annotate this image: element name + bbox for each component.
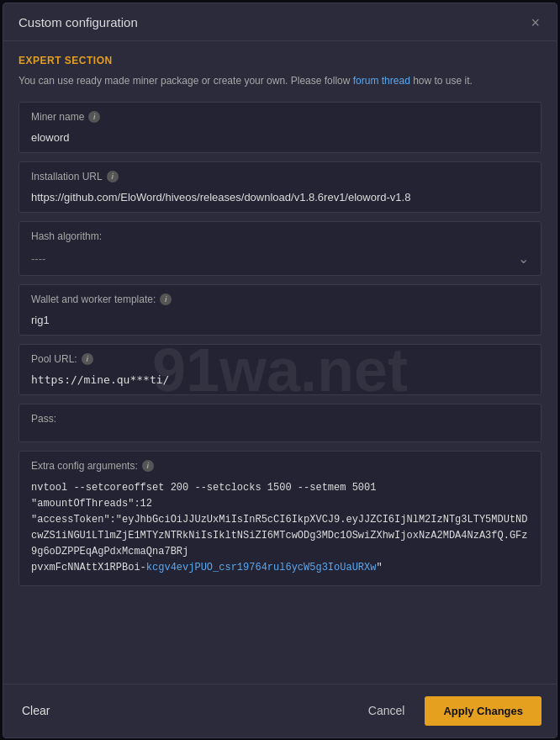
modal-body: EXPERT SECTION You can use ready made mi… — [3, 41, 557, 684]
clear-button[interactable]: Clear — [18, 697, 53, 724]
wallet-worker-value-row: rig1 — [19, 310, 541, 335]
installation-url-label-row: Installation URL i — [19, 162, 541, 188]
extra-config-info-icon: i — [142, 460, 154, 472]
miner-name-value-row: eloword — [19, 128, 541, 152]
pass-group: Pass: — [18, 404, 542, 442]
miner-name-label: Miner name — [31, 111, 84, 123]
pool-url-info-icon: i — [82, 353, 93, 365]
miner-name-label-row: Miner name i — [19, 103, 541, 128]
pool-url-label-row: Pool URL: i — [19, 345, 541, 370]
cancel-button[interactable]: Cancel — [358, 697, 415, 724]
extra-config-label-row: Extra config arguments: i — [19, 452, 541, 477]
chevron-down-icon: ⌄ — [518, 251, 529, 267]
expert-description: You can use ready made miner package or … — [18, 73, 542, 88]
pass-value-row — [19, 430, 541, 441]
extra-config-content: nvtool --setcoreoffset 200 --setclocks 1… — [19, 477, 541, 585]
wallet-worker-value: rig1 — [31, 314, 529, 326]
apply-changes-button[interactable]: Apply Changes — [425, 696, 542, 726]
extra-config-text: nvtool --setcoreoffset 200 --setclocks 1… — [31, 482, 528, 574]
wallet-worker-label-row: Wallet and worker template: i — [19, 285, 541, 310]
hash-algorithm-select-row[interactable]: ---- ⌄ — [19, 247, 541, 275]
hash-algorithm-label: Hash algorithm: — [31, 230, 102, 242]
expert-desc-after: how to use it. — [410, 75, 473, 87]
modal-footer: Clear Cancel Apply Changes — [3, 684, 557, 737]
miner-name-info-icon: i — [88, 111, 100, 123]
modal-header: Custom configuration × — [3, 3, 557, 41]
miner-name-group: Miner name i eloword — [18, 102, 542, 153]
expert-desc-before: You can use ready made miner package or … — [18, 75, 353, 87]
installation-url-group: Installation URL i https://github.com/El… — [18, 161, 542, 213]
extra-config-group: Extra config arguments: i nvtool --setco… — [18, 451, 542, 586]
hash-algorithm-value: ---- — [31, 252, 518, 265]
pool-url-group: Pool URL: i https://mine.qu***ti/ — [18, 344, 542, 395]
installation-url-label: Installation URL — [31, 171, 103, 182]
wallet-worker-info-icon: i — [160, 293, 172, 305]
hash-algorithm-label-row: Hash algorithm: — [19, 222, 541, 247]
miner-name-value: eloword — [31, 131, 529, 144]
hash-algorithm-group[interactable]: Hash algorithm: ---- ⌄ — [18, 221, 542, 276]
pool-url-label: Pool URL: — [31, 353, 77, 365]
modal-title: Custom configuration — [18, 15, 138, 29]
installation-url-info-icon: i — [107, 171, 119, 182]
installation-url-value-row: https://github.com/EloWord/hiveos/releas… — [19, 188, 541, 212]
pass-label: Pass: — [31, 413, 56, 425]
modal: 91wa.net Custom configuration × EXPERT S… — [3, 3, 557, 738]
installation-url-value: https://github.com/EloWord/hiveos/releas… — [31, 191, 529, 204]
modal-overlay: 91wa.net Custom configuration × EXPERT S… — [0, 0, 560, 740]
pool-url-value-row: https://mine.qu***ti/ — [19, 370, 541, 394]
expert-section-label: EXPERT SECTION — [18, 55, 542, 66]
wallet-worker-group: Wallet and worker template: i rig1 — [18, 284, 542, 336]
wallet-worker-label: Wallet and worker template: — [31, 293, 156, 305]
pool-url-value: https://mine.qu***ti/ — [31, 373, 529, 386]
pass-label-row: Pass: — [19, 404, 541, 430]
footer-right: Cancel Apply Changes — [358, 696, 542, 726]
extra-config-label: Extra config arguments: — [31, 460, 138, 472]
extra-config-link[interactable]: kcgv4evjPUO_csr19764rul6ycW5g3IoUaURXw — [146, 562, 377, 574]
forum-thread-link[interactable]: forum thread — [353, 75, 410, 87]
close-button[interactable]: × — [529, 15, 542, 30]
